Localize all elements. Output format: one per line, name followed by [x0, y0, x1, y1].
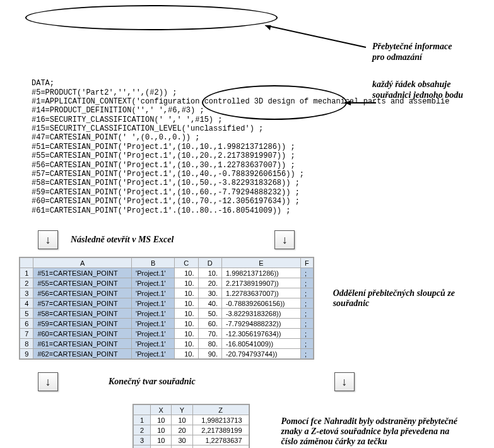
cell[interactable]: ;: [300, 268, 313, 278]
row-header[interactable]: 3: [20, 288, 33, 298]
cell[interactable]: 10.: [175, 349, 198, 359]
cell[interactable]: -16.80541009)): [221, 339, 300, 349]
row-header[interactable]: 1: [134, 415, 151, 425]
table-row[interactable]: 110101,998213713: [134, 415, 249, 425]
cell[interactable]: #62=CARTESIAN_POINT: [33, 349, 132, 359]
cell[interactable]: 1,22783637: [192, 435, 249, 445]
cell[interactable]: 90.: [198, 349, 221, 359]
row-header[interactable]: 4: [20, 298, 33, 309]
col-header[interactable]: E: [221, 258, 300, 268]
cell[interactable]: ;: [300, 349, 313, 359]
cell[interactable]: 1,998213713: [192, 415, 249, 425]
col-header[interactable]: [134, 405, 151, 415]
col-header[interactable]: A: [33, 258, 132, 268]
cell[interactable]: 'Project.1': [132, 349, 175, 359]
cell[interactable]: 'Project.1': [132, 278, 175, 288]
cell[interactable]: #57=CARTESIAN_POINT: [33, 298, 132, 309]
cell[interactable]: 10.: [175, 288, 198, 298]
row-header[interactable]: 4: [134, 445, 151, 448]
row-header[interactable]: 1: [20, 268, 33, 278]
cell[interactable]: 10.: [175, 268, 198, 278]
cell[interactable]: 10: [172, 415, 192, 425]
cell[interactable]: ;: [300, 288, 313, 298]
cell[interactable]: 'Project.1': [132, 298, 175, 309]
col-header[interactable]: F: [300, 258, 313, 268]
cell[interactable]: #51=CARTESIAN_POINT: [33, 268, 132, 278]
cell[interactable]: 'Project.1': [132, 288, 175, 298]
cell[interactable]: 40.: [198, 298, 221, 309]
cell[interactable]: #55=CARTESIAN_POINT: [33, 278, 132, 288]
cell[interactable]: #58=CARTESIAN_POINT: [33, 309, 132, 319]
table-row[interactable]: 3#56=CARTESIAN_POINT'Project.1'10.30.1.2…: [20, 288, 314, 298]
cell[interactable]: ;: [300, 298, 313, 309]
table-row[interactable]: 6#59=CARTESIAN_POINT'Project.1'10.60.-7.…: [20, 319, 314, 329]
cell[interactable]: 'Project.1': [132, 309, 175, 319]
cell[interactable]: -0,788392606: [192, 445, 249, 448]
cell[interactable]: 10: [151, 435, 172, 445]
corner-cell[interactable]: [20, 258, 33, 268]
cell[interactable]: #60=CARTESIAN_POINT: [33, 329, 132, 339]
cell[interactable]: 'Project.1': [132, 319, 175, 329]
row-header[interactable]: 8: [20, 339, 33, 349]
cell[interactable]: -0.788392606156)): [221, 298, 300, 309]
arrow-down-button[interactable]: ↓: [38, 372, 58, 391]
row-header[interactable]: 3: [134, 435, 151, 445]
col-header[interactable]: Y: [172, 405, 192, 415]
cell[interactable]: 40: [172, 445, 192, 448]
cell[interactable]: -3.82293183268)): [221, 309, 300, 319]
row-header[interactable]: 2: [20, 278, 33, 288]
table-row[interactable]: 8#61=CARTESIAN_POINT'Project.1'10.80.-16…: [20, 339, 314, 349]
cell[interactable]: #59=CARTESIAN_POINT: [33, 319, 132, 329]
cell[interactable]: 'Project.1': [132, 339, 175, 349]
cell[interactable]: #61=CARTESIAN_POINT: [33, 339, 132, 349]
cell[interactable]: 'Project.1': [132, 329, 175, 339]
cell[interactable]: ;: [300, 309, 313, 319]
cell[interactable]: 20: [172, 425, 192, 435]
col-header[interactable]: D: [198, 258, 221, 268]
col-header[interactable]: C: [175, 258, 198, 268]
cell[interactable]: 1.99821371286)): [221, 268, 300, 278]
cell[interactable]: 1.22783637007)): [221, 288, 300, 298]
table-row[interactable]: 9#62=CARTESIAN_POINT'Project.1'10.90.-20…: [20, 349, 314, 359]
cell[interactable]: ;: [300, 339, 313, 349]
cell[interactable]: 10.: [198, 268, 221, 278]
arrow-down-button[interactable]: ↓: [334, 372, 355, 391]
cell[interactable]: 20.: [198, 278, 221, 288]
cell[interactable]: #56=CARTESIAN_POINT: [33, 288, 132, 298]
cell[interactable]: 70.: [198, 329, 221, 339]
cell[interactable]: 'Project.1': [132, 268, 175, 278]
cell[interactable]: 10.: [175, 339, 198, 349]
cell[interactable]: 10.: [175, 319, 198, 329]
col-header[interactable]: X: [151, 405, 172, 415]
cell[interactable]: 10.: [175, 298, 198, 309]
cell[interactable]: 10: [151, 425, 172, 435]
cell[interactable]: -7.79294888232)): [221, 319, 300, 329]
row-header[interactable]: 5: [20, 309, 33, 319]
row-header[interactable]: 2: [134, 425, 151, 435]
cell[interactable]: ;: [300, 319, 313, 329]
cell[interactable]: ;: [300, 278, 313, 288]
cell[interactable]: 30: [172, 435, 192, 445]
cell[interactable]: -20.794793744)): [221, 349, 300, 359]
cell[interactable]: 10.: [175, 309, 198, 319]
row-header[interactable]: 6: [20, 319, 33, 329]
cell[interactable]: 10: [151, 445, 172, 448]
table-row[interactable]: 7#60=CARTESIAN_POINT'Project.1'10.70.-12…: [20, 329, 314, 339]
table-row[interactable]: 2#55=CARTESIAN_POINT'Project.1'10.20.2.2…: [20, 278, 314, 288]
cell[interactable]: 10: [151, 415, 172, 425]
table-row[interactable]: 1#51=CARTESIAN_POINT'Project.1'10.10.1.9…: [20, 268, 314, 278]
cell[interactable]: ;: [300, 329, 313, 339]
cell[interactable]: 10.: [175, 278, 198, 288]
table-row[interactable]: 310301,22783637: [134, 435, 249, 445]
arrow-down-button[interactable]: ↓: [274, 230, 295, 249]
cell[interactable]: 60.: [198, 319, 221, 329]
table-row[interactable]: 210202,217389199: [134, 425, 249, 435]
table-row[interactable]: 5#58=CARTESIAN_POINT'Project.1'10.50.-3.…: [20, 309, 314, 319]
cell[interactable]: 50.: [198, 309, 221, 319]
arrow-down-button[interactable]: ↓: [38, 230, 58, 249]
cell[interactable]: 30.: [198, 288, 221, 298]
col-header[interactable]: Z: [192, 405, 249, 415]
col-header[interactable]: B: [132, 258, 175, 268]
cell[interactable]: 10.: [175, 329, 198, 339]
table-row[interactable]: 41040-0,788392606: [134, 445, 249, 448]
